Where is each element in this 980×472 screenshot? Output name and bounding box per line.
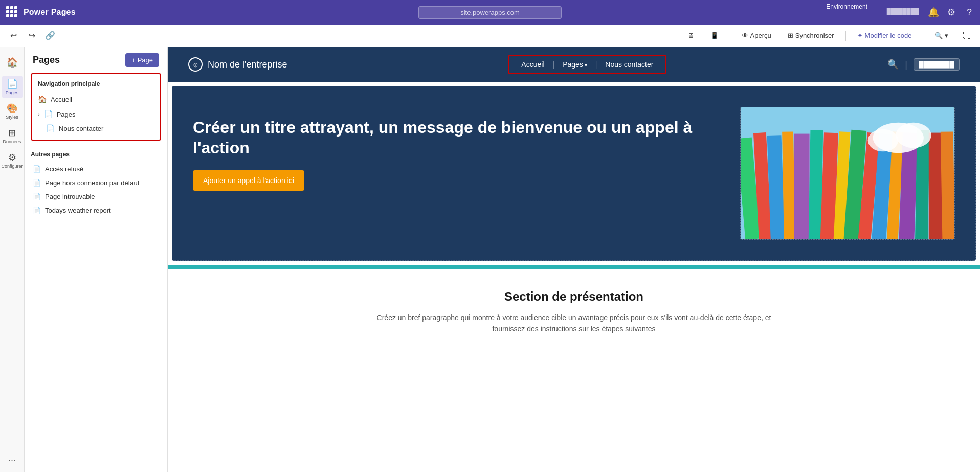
toolbar-divider-1	[730, 31, 730, 41]
sidebar-icons: 🏠 📄 Pages 🎨 Styles ⊞ Données ⚙ Configure…	[0, 47, 25, 472]
site-search-icon[interactable]: 🔍	[887, 59, 899, 70]
nav-section-title: Navigation principale	[32, 78, 160, 92]
svg-point-19	[896, 123, 931, 148]
sidebar-item-home[interactable]: 🏠	[2, 51, 23, 74]
add-page-button[interactable]: + Page	[125, 53, 159, 67]
second-bar-right: 🖥 📱 👁 Aperçu ⊞ Synchroniser ✦ Modifier l…	[682, 29, 974, 43]
other-item-page-introuvable[interactable]: 📄 Page introuvable	[31, 190, 161, 204]
device-mobile-button[interactable]: 📱	[705, 29, 724, 42]
introuvable-label: Page introuvable	[45, 193, 95, 200]
nav-nous-contacter-label: Nous contacter	[59, 125, 154, 132]
other-item-acces-refuse[interactable]: 📄 Accès refusé	[31, 162, 161, 176]
fullscreen-button[interactable]: ⛶	[960, 29, 974, 43]
toolbar-divider-2	[845, 31, 846, 41]
other-item-hors-connexion[interactable]: 📄 Page hors connexion par défaut	[31, 176, 161, 190]
file-icon-introuvable: 📄	[33, 193, 41, 200]
device-desktop-button[interactable]: 🖥	[682, 29, 699, 42]
site-nav: Accueil | Pages | Nous contacter	[508, 55, 666, 74]
zoom-button[interactable]: 🔍 ▾	[929, 29, 953, 42]
sidebar-item-data[interactable]: ⊞ Données	[2, 125, 23, 147]
pages-panel-title: Pages	[33, 55, 60, 65]
modifier-code-button[interactable]: ✦ Modifier le code	[852, 29, 917, 42]
hero-title: Créer un titre attrayant, un message de …	[193, 117, 728, 158]
autres-pages-title: Autres pages	[31, 149, 161, 162]
sidebar-item-styles[interactable]: 🎨 Styles	[2, 100, 23, 123]
nav-item-nous-contacter[interactable]: 📄 Nous contacter	[32, 121, 160, 136]
pages-panel: Pages + Page Navigation principale 🏠 Acc…	[25, 47, 168, 472]
sidebar-more-icon[interactable]: ···	[8, 455, 16, 472]
weather-label: Todays weather report	[45, 207, 111, 214]
svg-rect-17	[941, 131, 954, 239]
synchroniser-button[interactable]: ⊞ Synchroniser	[783, 29, 839, 42]
apercu-icon: 👁	[742, 32, 748, 39]
notification-icon[interactable]: 🔔	[928, 7, 939, 18]
navigation-principale-section: Navigation principale 🏠 Accueil ··· › 📄 …	[31, 73, 161, 141]
url-bar-container: site.powerapps.com	[418, 6, 562, 19]
nav-item-pages[interactable]: › 📄 Pages	[32, 107, 160, 121]
site-logo: ◎ Nom de l'entreprise	[188, 57, 287, 72]
env-name: ████████	[887, 8, 919, 14]
site-nav-contact[interactable]: Nous contacter	[597, 58, 661, 71]
toolbar-divider-3	[923, 31, 923, 41]
site-nav-accueil[interactable]: Accueil	[513, 58, 552, 71]
hero-image	[740, 107, 955, 240]
hors-connexion-label: Page hors connexion par défaut	[45, 179, 139, 187]
page-contact-icon: 📄	[46, 124, 55, 132]
nav-item-accueil[interactable]: 🏠 Accueil ···	[32, 92, 160, 107]
main-layout: 🏠 📄 Pages 🎨 Styles ⊞ Données ⚙ Configure…	[0, 47, 980, 472]
canvas-area: ◎ Nom de l'entreprise Accueil | Pages | …	[168, 47, 980, 472]
file-icon-acces: 📄	[33, 165, 41, 173]
file-icon-weather: 📄	[33, 207, 41, 214]
sidebar-styles-label: Styles	[6, 115, 18, 120]
presentation-section: Section de présentation Créez un bref pa…	[168, 269, 980, 355]
pages-icon: 📄	[7, 78, 18, 89]
expand-pages-arrow[interactable]: ›	[38, 111, 40, 117]
sidebar-item-configure[interactable]: ⚙ Configurer	[2, 149, 23, 172]
file-icon-hors-connexion: 📄	[33, 179, 41, 187]
nav-pages-label: Pages	[57, 110, 154, 118]
undo-button[interactable]: ↩	[6, 29, 20, 43]
url-bar[interactable]: site.powerapps.com	[418, 6, 562, 19]
home-icon: 🏠	[7, 57, 18, 68]
company-name: Nom de l'entreprise	[208, 59, 287, 70]
home-nav-icon: 🏠	[38, 95, 47, 103]
env-label: Environnement	[826, 3, 867, 10]
site-right: 🔍 | ████████	[887, 58, 960, 71]
top-bar: Power Pages site.powerapps.com Environne…	[0, 0, 980, 25]
website-preview: ◎ Nom de l'entreprise Accueil | Pages | …	[168, 47, 980, 472]
styles-icon: 🎨	[7, 103, 18, 114]
link-button[interactable]: 🔗	[43, 29, 57, 43]
site-right-divider: |	[905, 59, 907, 70]
page-nav-icon: 📄	[44, 110, 53, 118]
redo-button[interactable]: ↪	[25, 29, 39, 43]
second-toolbar: ↩ ↪ 🔗 🖥 📱 👁 Aperçu ⊞ Synchroniser ✦ Modi…	[0, 25, 980, 47]
presentation-title: Section de présentation	[188, 289, 960, 304]
site-user-button[interactable]: ████████	[914, 58, 960, 71]
svg-point-20	[868, 129, 899, 152]
acces-refuse-label: Accès refusé	[45, 165, 83, 173]
hero-image-placeholder	[741, 107, 954, 239]
sidebar-configure-label: Configurer	[1, 164, 23, 169]
svg-rect-5	[782, 131, 795, 239]
app-menu-icon[interactable]	[6, 6, 18, 18]
settings-icon[interactable]: ⚙	[947, 7, 955, 18]
data-icon: ⊞	[8, 127, 16, 139]
logo-circle: ◎	[188, 57, 203, 72]
site-nav-pages[interactable]: Pages	[554, 58, 595, 71]
help-icon[interactable]: ?	[967, 7, 972, 18]
sidebar-data-label: Données	[3, 140, 21, 145]
hero-cta-button[interactable]: Ajouter un appel à l'action ici	[193, 170, 304, 191]
app-title: Power Pages	[24, 8, 76, 17]
nav-accueil-label: Accueil	[51, 96, 143, 103]
code-icon: ✦	[857, 32, 863, 39]
teal-divider	[168, 265, 980, 269]
apercu-button[interactable]: 👁 Aperçu	[737, 29, 776, 42]
hero-section: Créer un titre attrayant, un message de …	[172, 86, 976, 261]
other-item-weather[interactable]: 📄 Todays weather report	[31, 204, 161, 217]
pages-panel-header: Pages + Page	[25, 53, 167, 73]
presentation-text: Créez un bref paragraphe qui montre à vo…	[369, 312, 778, 335]
site-header: ◎ Nom de l'entreprise Accueil | Pages | …	[168, 47, 980, 82]
hero-text: Créer un titre attrayant, un message de …	[193, 107, 728, 240]
svg-rect-6	[794, 134, 810, 239]
sidebar-item-pages[interactable]: 📄 Pages	[2, 76, 23, 98]
